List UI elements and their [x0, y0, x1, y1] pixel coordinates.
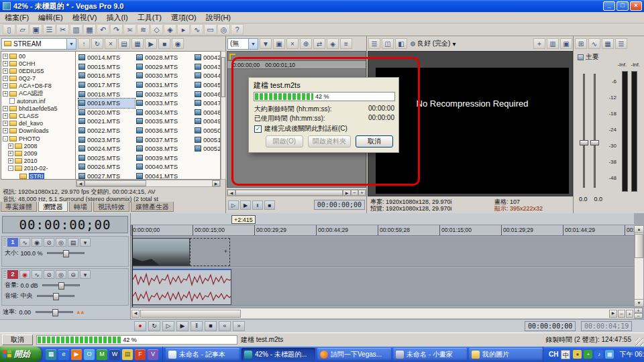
tree-expander-icon[interactable]: +	[8, 151, 13, 156]
overlays-icon[interactable]: +	[533, 38, 545, 49]
task-my-pictures[interactable]: 我的圖片	[469, 348, 543, 361]
views-icon[interactable]: ▦	[131, 38, 144, 49]
timeline-hscrollbar[interactable]: ◀ ▶ − +	[131, 308, 634, 318]
menu-item[interactable]: 說明(H)	[201, 13, 235, 23]
antivirus-icon[interactable]: +	[584, 350, 592, 359]
phase-invert-icon[interactable]: ⊖	[68, 270, 78, 279]
folder-icon[interactable]: ▤	[122, 349, 133, 360]
trimmer-play-from-start-button[interactable]: ▷	[228, 200, 239, 210]
tree-expander-icon[interactable]: +	[8, 158, 13, 164]
file-item[interactable]: 00046.M	[195, 89, 221, 99]
file-list-hscrollbar[interactable]: ◀ ▶	[76, 180, 221, 187]
menu-item[interactable]: 選項(O)	[166, 13, 201, 23]
zoom-out-icon[interactable]: −	[351, 190, 358, 196]
scroll-right-icon[interactable]: ▶	[609, 310, 617, 318]
video-track-lane[interactable]: +	[131, 237, 634, 267]
track-menu-icon[interactable]: ▾	[80, 270, 91, 279]
scroll-left-icon[interactable]: ◀	[76, 180, 85, 186]
file-item[interactable]: 00036.MTS	[136, 126, 193, 135]
file-item[interactable]: 00022.MTS	[78, 126, 135, 135]
word-icon[interactable]: W	[109, 349, 120, 360]
cancel-button[interactable]: 取消	[356, 135, 393, 147]
audio-clip[interactable]	[132, 269, 231, 305]
stop-button[interactable]: ■	[205, 321, 217, 331]
copy-icon[interactable]: ▥	[70, 24, 83, 35]
file-item[interactable]: 00051.M	[195, 135, 221, 144]
tree-item[interactable]: - PHOTO	[1, 135, 75, 142]
combo-arrow-icon[interactable]: ▼	[248, 39, 258, 49]
bypass-motion-blur-icon[interactable]: ▤	[68, 238, 78, 247]
record-button[interactable]: ●	[134, 321, 146, 331]
scrollbar-thumb[interactable]	[140, 310, 241, 318]
refresh-icon[interactable]: ↻	[91, 38, 103, 49]
dock-tab[interactable]: 瀏覽器	[38, 202, 68, 212]
save-trimmer-icon[interactable]: ▣	[273, 38, 285, 49]
menu-item[interactable]: 工具(T)	[133, 13, 166, 23]
new-project-icon[interactable]: ▯	[3, 24, 15, 35]
project-video-properties-icon[interactable]: ☰	[368, 38, 380, 49]
cursor-timecode-display[interactable]: 00:00:00;00	[2, 216, 128, 233]
tree-expander-icon[interactable]: +	[3, 68, 8, 74]
pause-button[interactable]: ‖	[191, 321, 203, 331]
video-clip-thumbnail[interactable]	[132, 238, 190, 266]
tree-item[interactable]: + 2010	[1, 158, 75, 165]
scrollbar-thumb[interactable]	[85, 180, 146, 186]
tree-expander-icon[interactable]: +	[3, 54, 8, 59]
play-button[interactable]: ▶	[176, 321, 189, 331]
timeline-vscrollbar[interactable]: ▲ ▼	[634, 225, 644, 307]
rate-slider[interactable]	[36, 311, 73, 313]
slider-thumb[interactable]	[63, 250, 69, 257]
insert-bus-icon[interactable]: ⊞	[575, 38, 587, 49]
file-item[interactable]: 00041.MTS	[136, 172, 193, 180]
timeline-ruler[interactable]: 0:00:00;0000:00:15;0000:00:29;2900:00:44…	[131, 225, 634, 236]
sort-icon[interactable]: ▼	[260, 38, 272, 49]
trimmer-ruler[interactable]: 0:00:00;0000:00:01;10	[227, 60, 366, 69]
tree-item[interactable]: + 0EDIUS5	[1, 67, 75, 74]
tree-expander-icon[interactable]: +	[3, 113, 8, 119]
show-desktop-icon[interactable]: ▦	[46, 349, 56, 360]
scrollbar-thumb[interactable]	[635, 234, 643, 258]
checkbox-icon[interactable]: ✓	[254, 125, 262, 133]
arm-record-icon[interactable]: ◉	[19, 270, 30, 279]
file-item[interactable]: 00042.M	[195, 53, 221, 62]
up-one-level-icon[interactable]: ↑	[78, 38, 90, 49]
trimmer-hscrollbar[interactable]: ◀ ▶ − +	[227, 189, 366, 196]
add-media-icon[interactable]: ⊕	[300, 38, 312, 49]
selection-region[interactable]: +	[190, 238, 230, 266]
tree-item[interactable]: - 2010-02-	[1, 165, 75, 172]
file-item[interactable]: 00048.M	[195, 108, 221, 117]
track-menu-icon[interactable]: ▾	[80, 238, 91, 247]
track-fx-icon[interactable]: ∿	[19, 238, 30, 247]
slider-thumb[interactable]	[58, 282, 64, 290]
cut-icon[interactable]: ✂	[56, 24, 69, 35]
file-item[interactable]: 00029.MTS	[136, 62, 193, 72]
firefox-icon[interactable]: F	[135, 349, 146, 360]
play-from-start-button[interactable]: ▷	[162, 321, 174, 331]
minimize-button[interactable]: _	[603, 1, 615, 11]
network-icon[interactable]: ▦	[605, 350, 614, 359]
mute-icon[interactable]: ⊘	[44, 238, 54, 247]
solo-icon[interactable]: ◎	[56, 270, 66, 279]
file-item[interactable]: 00032.MTS	[136, 89, 193, 99]
cancel-build-button[interactable]: 取消	[2, 335, 33, 345]
scrollbar-thumb[interactable]	[221, 57, 225, 97]
file-item[interactable]: 00026.MTS	[78, 162, 135, 172]
file-item[interactable]: 00049.M	[195, 117, 221, 126]
tree-expander-icon[interactable]: +	[3, 106, 8, 111]
new-folder-icon[interactable]: ▤	[118, 38, 130, 49]
dock-tab[interactable]: 媒體產生器	[131, 202, 174, 212]
tree-item[interactable]: + del_kavo	[1, 120, 75, 127]
sync-cursor-icon[interactable]: ⇄	[313, 38, 325, 49]
menu-item[interactable]: 插入(I)	[101, 13, 132, 23]
normal-edit-tool-icon[interactable]: ▸	[177, 24, 190, 35]
open-icon[interactable]: ▱	[16, 24, 29, 35]
tree-expander-icon[interactable]: +	[3, 128, 8, 133]
tree-item[interactable]: + Downloads	[1, 127, 75, 135]
insert-fx-icon[interactable]: ∿	[588, 38, 600, 49]
tree-item[interactable]: + 0Q2-7	[1, 75, 75, 82]
file-item[interactable]: 00039.MTS	[136, 154, 193, 163]
file-item[interactable]: 00047.M	[195, 99, 221, 108]
tree-item[interactable]: + 0CHH	[1, 60, 75, 67]
tree-item[interactable]: + bhd1aefde5a5	[1, 105, 75, 112]
file-item[interactable]: 00043.M	[195, 62, 221, 72]
